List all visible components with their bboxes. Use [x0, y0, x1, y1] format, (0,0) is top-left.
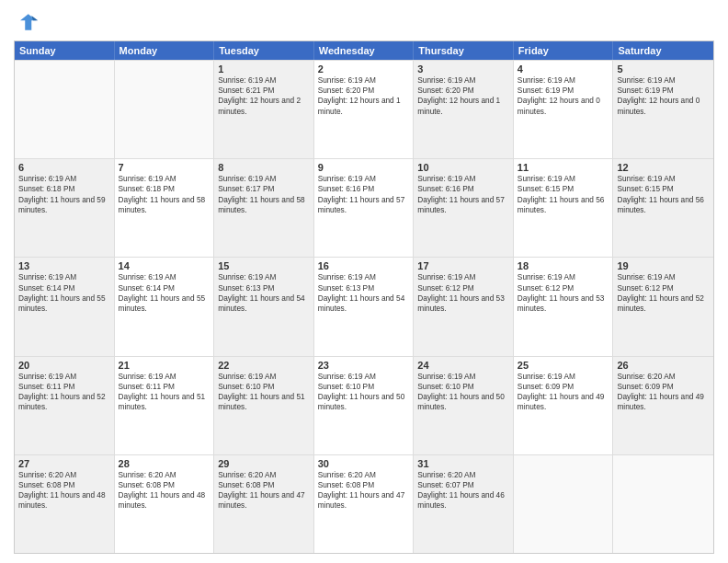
cell-info: Daylight: 11 hours and 47 minutes.: [218, 490, 310, 511]
cell-info: Daylight: 11 hours and 59 minutes.: [18, 195, 110, 215]
cell-info: Sunrise: 6:20 AM: [318, 470, 410, 480]
cell-info: Sunset: 6:12 PM: [417, 283, 509, 293]
cell-info: Sunset: 6:07 PM: [417, 480, 509, 490]
weekday-header: Friday: [514, 41, 614, 60]
day-number: 27: [18, 458, 110, 469]
cell-info: Daylight: 11 hours and 48 minutes.: [18, 490, 110, 511]
cell-info: Sunrise: 6:19 AM: [518, 75, 609, 86]
cell-info: Daylight: 11 hours and 58 minutes.: [119, 195, 210, 215]
page: SundayMondayTuesdayWednesdayThursdayFrid…: [0, 0, 728, 563]
day-number: 29: [218, 458, 310, 469]
calendar-cell: 14Sunrise: 6:19 AMSunset: 6:14 PMDayligh…: [115, 258, 215, 355]
day-number: 13: [18, 260, 110, 271]
day-number: 3: [417, 63, 509, 75]
day-number: 16: [318, 260, 410, 271]
cell-info: Sunrise: 6:19 AM: [318, 174, 410, 184]
cell-info: Daylight: 11 hours and 56 minutes.: [617, 195, 710, 215]
calendar-cell: 12Sunrise: 6:19 AMSunset: 6:15 PMDayligh…: [613, 159, 713, 257]
cell-info: Sunrise: 6:20 AM: [18, 470, 110, 480]
cell-info: Sunrise: 6:19 AM: [417, 272, 509, 282]
calendar-cell: 20Sunrise: 6:19 AMSunset: 6:11 PMDayligh…: [15, 357, 115, 454]
calendar-cell: 4Sunrise: 6:19 AMSunset: 6:19 PMDaylight…: [514, 61, 614, 158]
cell-info: Sunrise: 6:19 AM: [318, 75, 410, 86]
cell-info: Sunrise: 6:19 AM: [119, 174, 210, 184]
cell-info: Sunrise: 6:19 AM: [617, 272, 710, 282]
calendar-cell: 25Sunrise: 6:19 AMSunset: 6:09 PMDayligh…: [514, 357, 614, 454]
cell-info: Sunset: 6:08 PM: [218, 480, 310, 490]
day-number: 24: [417, 360, 509, 371]
calendar-cell: 15Sunrise: 6:19 AMSunset: 6:13 PMDayligh…: [214, 258, 314, 355]
day-number: 8: [218, 162, 310, 173]
day-number: 19: [617, 260, 710, 271]
cell-info: Daylight: 11 hours and 57 minutes.: [417, 195, 509, 215]
day-number: 30: [318, 458, 410, 469]
cell-info: Daylight: 11 hours and 49 minutes.: [518, 392, 609, 412]
calendar-cell: 31Sunrise: 6:20 AMSunset: 6:07 PMDayligh…: [414, 455, 514, 553]
cell-info: Sunrise: 6:19 AM: [417, 75, 509, 86]
day-number: 22: [218, 360, 310, 371]
cell-info: Sunset: 6:14 PM: [119, 283, 210, 293]
calendar-cell: [115, 61, 215, 158]
cell-info: Sunset: 6:17 PM: [218, 184, 310, 194]
cell-info: Sunrise: 6:20 AM: [417, 470, 509, 480]
calendar-cell: 8Sunrise: 6:19 AMSunset: 6:17 PMDaylight…: [214, 159, 314, 257]
weekday-header: Monday: [115, 41, 215, 60]
cell-info: Sunset: 6:10 PM: [218, 382, 310, 392]
cell-info: Sunrise: 6:19 AM: [318, 272, 410, 282]
cell-info: Sunset: 6:09 PM: [617, 382, 710, 392]
cell-info: Sunrise: 6:19 AM: [218, 75, 310, 86]
cell-info: Sunset: 6:18 PM: [119, 184, 210, 194]
cell-info: Sunset: 6:21 PM: [218, 86, 310, 96]
cell-info: Sunset: 6:19 PM: [518, 86, 609, 96]
calendar-week-row: 27Sunrise: 6:20 AMSunset: 6:08 PMDayligh…: [15, 454, 713, 553]
cell-info: Sunrise: 6:20 AM: [119, 470, 210, 480]
calendar-cell: 10Sunrise: 6:19 AMSunset: 6:16 PMDayligh…: [414, 159, 514, 257]
calendar-cell: 7Sunrise: 6:19 AMSunset: 6:18 PMDaylight…: [115, 159, 215, 257]
cell-info: Sunset: 6:10 PM: [417, 382, 509, 392]
calendar-header: SundayMondayTuesdayWednesdayThursdayFrid…: [15, 41, 713, 60]
cell-info: Sunset: 6:09 PM: [518, 382, 609, 392]
cell-info: Daylight: 11 hours and 51 minutes.: [119, 392, 210, 412]
calendar-cell: 3Sunrise: 6:19 AMSunset: 6:20 PMDaylight…: [414, 61, 514, 158]
day-number: 26: [617, 360, 710, 371]
calendar-cell: 18Sunrise: 6:19 AMSunset: 6:12 PMDayligh…: [514, 258, 614, 355]
cell-info: Sunset: 6:12 PM: [518, 283, 609, 293]
calendar-cell: 17Sunrise: 6:19 AMSunset: 6:12 PMDayligh…: [414, 258, 514, 355]
day-number: 4: [518, 63, 609, 75]
cell-info: Daylight: 11 hours and 56 minutes.: [518, 195, 609, 215]
cell-info: Daylight: 12 hours and 0 minutes.: [518, 96, 609, 116]
header: [14, 9, 714, 35]
calendar-week-row: 1Sunrise: 6:19 AMSunset: 6:21 PMDaylight…: [15, 60, 713, 158]
calendar-cell: 13Sunrise: 6:19 AMSunset: 6:14 PMDayligh…: [15, 258, 115, 355]
calendar-cell: 29Sunrise: 6:20 AMSunset: 6:08 PMDayligh…: [214, 455, 314, 553]
cell-info: Daylight: 12 hours and 1 minute.: [417, 96, 509, 116]
cell-info: Daylight: 11 hours and 53 minutes.: [518, 293, 609, 314]
calendar-cell: 2Sunrise: 6:19 AMSunset: 6:20 PMDaylight…: [314, 61, 415, 158]
calendar-cell: 16Sunrise: 6:19 AMSunset: 6:13 PMDayligh…: [314, 258, 415, 355]
cell-info: Daylight: 11 hours and 50 minutes.: [318, 392, 410, 412]
calendar-week-row: 13Sunrise: 6:19 AMSunset: 6:14 PMDayligh…: [15, 257, 713, 355]
cell-info: Sunrise: 6:20 AM: [218, 470, 310, 480]
day-number: 5: [617, 63, 710, 75]
day-number: 31: [417, 458, 509, 469]
cell-info: Sunrise: 6:19 AM: [218, 174, 310, 184]
cell-info: Sunrise: 6:19 AM: [417, 372, 509, 382]
cell-info: Sunset: 6:08 PM: [318, 480, 410, 490]
cell-info: Sunrise: 6:19 AM: [218, 272, 310, 282]
cell-info: Sunset: 6:15 PM: [518, 184, 609, 194]
cell-info: Sunset: 6:08 PM: [18, 480, 110, 490]
cell-info: Daylight: 11 hours and 54 minutes.: [218, 293, 310, 314]
calendar-cell: 27Sunrise: 6:20 AMSunset: 6:08 PMDayligh…: [15, 455, 115, 553]
cell-info: Daylight: 11 hours and 55 minutes.: [119, 293, 210, 314]
day-number: 23: [318, 360, 410, 371]
cell-info: Sunrise: 6:19 AM: [119, 272, 210, 282]
day-number: 9: [318, 162, 410, 173]
cell-info: Daylight: 11 hours and 48 minutes.: [119, 490, 210, 511]
cell-info: Sunset: 6:13 PM: [318, 283, 410, 293]
calendar-cell: 30Sunrise: 6:20 AMSunset: 6:08 PMDayligh…: [314, 455, 415, 553]
day-number: 21: [119, 360, 210, 371]
cell-info: Sunset: 6:20 PM: [417, 86, 509, 96]
cell-info: Daylight: 11 hours and 58 minutes.: [218, 195, 310, 215]
cell-info: Daylight: 11 hours and 52 minutes.: [617, 293, 710, 314]
logo-icon: [14, 9, 40, 35]
